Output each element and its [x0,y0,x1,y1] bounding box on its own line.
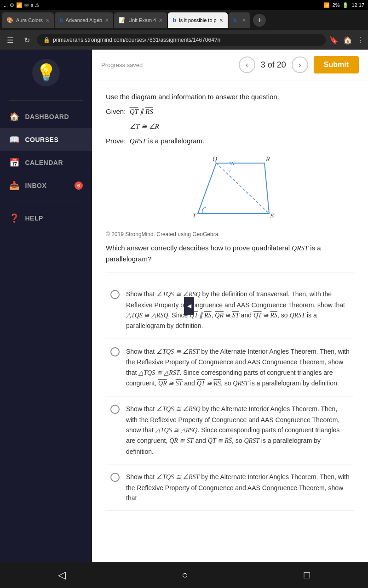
clock: 12:17 [351,2,364,8]
next-question-button[interactable]: › [292,57,308,73]
tab-close-alg[interactable]: × [105,17,109,24]
sidebar-item-dashboard[interactable]: 🏠 DASHBOARD [0,105,92,128]
sidebar-divider-top [9,100,83,101]
svg-text:R: R [265,156,270,163]
progress-saved-text: Progress saved [101,62,233,68]
bookmark-icon[interactable]: 🔖 [329,36,339,45]
recents-button[interactable]: □ [295,565,319,585]
prev-question-button[interactable]: ‹ [239,57,255,73]
tab-favicon-aura: 🎨 [6,17,13,23]
tab-is-it-possible[interactable]: b Is it possible to p × [168,12,227,28]
svg-text:T: T [192,213,196,220]
radio-a[interactable] [110,290,120,299]
home-button[interactable]: ○ [172,565,197,585]
sidebar-divider-bottom [9,202,83,202]
back-button[interactable]: ◁ [49,565,75,585]
tab-favicon-possible: b [172,17,176,23]
address-bar-icons: 🔖 🏠 ⋮ [329,36,364,45]
option-text-b: Show that ∠TQS ≅ ∠RST by the Alternate I… [126,346,350,389]
more-options-icon[interactable]: ⋮ [357,36,364,45]
new-tab-button[interactable]: + [253,14,266,27]
battery-icon: 🔋 [342,2,349,8]
answer-option-b[interactable]: Show that ∠TQS ≅ ∠RST by the Alternate I… [106,339,354,397]
option-text-d: Show that ∠TQS ≅ ∠RST by the Alternate I… [126,472,350,503]
answer-option-a[interactable]: Show that ∠TQS ≅ ∠RSQ by the definition … [106,282,354,339]
radio-c[interactable] [110,405,120,414]
help-icon: ❓ [9,213,20,223]
submit-button[interactable]: Submit [314,56,359,74]
settings-icon: ⚙ [10,2,14,8]
sidebar-item-courses[interactable]: 📖 COURSES [0,128,92,151]
logo-bulb-icon: 💡 [36,63,57,82]
answer-option-d[interactable]: Show that ∠TQS ≅ ∠RST by the Alternate I… [106,464,354,511]
sidebar-item-help[interactable]: ❓ HELP [0,207,92,230]
status-bar: ... ⚙ 📶 ✉ a ⚠ 📶 2% 🔋 12:17 [0,0,368,10]
tab-bar: 🎨 Aura Colors × b Advanced Algeb × 📝 Uni… [0,10,368,30]
address-bar: ☰ ↻ 🔒 primaverahs.strongmind.com/courses… [0,30,368,50]
answer-option-c[interactable]: Show that ∠TQS ≅ ∠RSQ by the Alternate I… [106,396,354,464]
question-given2: ∠T ≅ ∠R [130,121,354,132]
inbox-badge: 6 [75,181,83,190]
tab-label-alg: Advanced Algeb [66,17,103,23]
tab-advanced-alg[interactable]: b Advanced Algeb × [55,12,113,28]
sidebar: 💡 🏠 DASHBOARD 📖 COURSES 📅 CALENDAR 📥 INB… [0,50,92,562]
question-prompt: Which answer correctly describes how to … [106,243,354,272]
option-text-c: Show that ∠TQS ≅ ∠RSQ by the Alternate I… [126,404,350,457]
tab-label-possible: Is it possible to p [179,17,217,23]
lock-icon: 🔒 [43,37,50,43]
wifi-icon: 📶 [323,2,330,8]
diagram-container: Q R S T › [106,154,354,223]
question-body: Use the diagram and information to answe… [92,80,368,522]
question-given: Given: QT ∥ RS [106,106,354,117]
inbox-icon: 📥 [9,181,20,191]
status-left: ... ⚙ 📶 ✉ a ⚠ [4,2,40,8]
amazon-icon: a [30,2,33,8]
tab-close-aura[interactable]: × [46,17,49,24]
dashboard-icon: 🏠 [9,112,20,122]
parallelogram-diagram: Q R S T › [179,154,281,223]
question-header: Progress saved ‹ 3 of 20 › Submit [92,50,368,80]
question-count: 3 of 20 [261,60,286,70]
tab-close-exam[interactable]: × [159,17,162,24]
radio-b[interactable] [110,347,120,356]
refresh-button[interactable]: ↻ [20,34,33,46]
option-text-a: Show that ∠TQS ≅ ∠RSQ by the definition … [126,289,350,331]
address-input-field[interactable]: 🔒 primaverahs.strongmind.com/courses/783… [37,34,326,46]
tab-favicon-exam: 📝 [119,17,126,23]
sidebar-label-courses: COURSES [25,136,59,143]
svg-line-1 [216,163,269,214]
tab-close-possible[interactable]: × [219,17,223,24]
battery-level: 2% [333,2,340,8]
sidebar-item-calendar[interactable]: 📅 CALENDAR [0,151,92,174]
bottom-navigation: ◁ ○ □ [0,562,368,588]
sidebar-collapse-button[interactable]: ◀ [184,297,194,315]
tab-close-extra[interactable]: × [242,17,246,24]
content-area: ◀ Progress saved ‹ 3 of 20 › Submit Use … [92,50,368,562]
sidebar-item-inbox[interactable]: 📥 INBOX 6 [0,174,92,197]
home-icon[interactable]: 🏠 [343,36,352,45]
url-text: primaverahs.strongmind.com/courses/7831/… [53,37,220,43]
tab-extra[interactable]: b × [229,12,251,28]
tab-label-exam: Unit Exam 4 [128,17,156,23]
sidebar-label-dashboard: DASHBOARD [25,113,69,120]
app-logo: 💡 [32,59,60,86]
main-layout: 💡 🏠 DASHBOARD 📖 COURSES 📅 CALENDAR 📥 INB… [0,50,368,562]
sidebar-label-help: HELP [25,215,43,222]
tab-unit-exam[interactable]: 📝 Unit Exam 4 × [114,12,167,28]
tab-favicon-alg: b [59,17,63,23]
mail-icon: ✉ [24,2,29,8]
tab-favicon-extra: b [233,17,236,23]
question-intro: Use the diagram and information to answe… [106,91,354,102]
svg-text:Q: Q [213,156,217,163]
calendar-icon: 📅 [9,158,20,168]
tab-aura-colors[interactable]: 🎨 Aura Colors × [2,12,54,28]
radio-d[interactable] [110,473,120,482]
alert-icon: ⚠ [35,2,40,8]
courses-icon: 📖 [9,135,20,145]
status-right: 📶 2% 🔋 12:17 [323,2,364,8]
question-prove: Prove: QRST is a parallelogram. [106,136,354,147]
tab-label-aura: Aura Colors [16,17,43,23]
svg-marker-0 [198,163,269,214]
copyright-text: © 2019 StrongMind. Created using GeoGebr… [106,230,354,239]
hamburger-button[interactable]: ☰ [4,34,17,46]
